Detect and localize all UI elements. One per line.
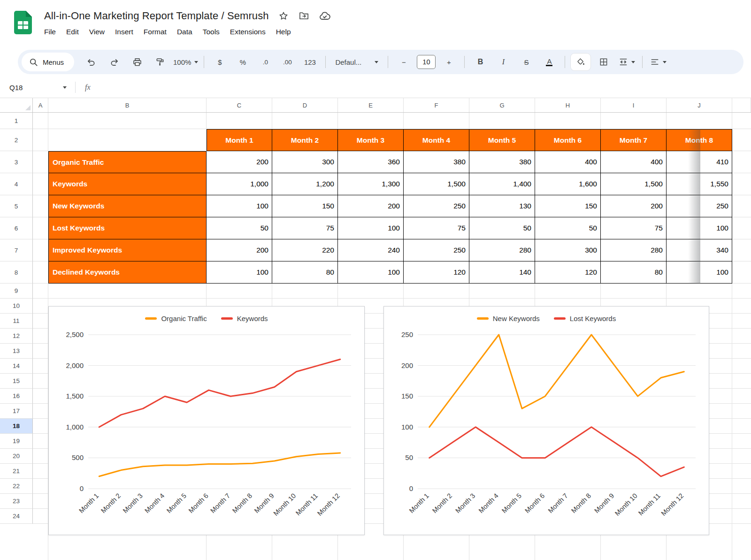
column-header-H[interactable]: H bbox=[535, 98, 601, 112]
cell-E3[interactable]: 360 bbox=[338, 151, 404, 173]
borders-button[interactable] bbox=[594, 54, 613, 70]
menu-help[interactable]: Help bbox=[271, 26, 296, 38]
series-line-keywords[interactable] bbox=[99, 360, 340, 427]
cell-J3[interactable]: 410 bbox=[667, 151, 732, 173]
row-header-14[interactable]: 14 bbox=[0, 359, 33, 374]
cell-D8[interactable]: 80 bbox=[272, 261, 338, 284]
google-sheets-logo[interactable] bbox=[14, 11, 32, 36]
cell-G5[interactable]: 130 bbox=[469, 195, 535, 217]
cell-H2[interactable]: Month 6 bbox=[535, 129, 601, 151]
move-to-folder-icon[interactable] bbox=[298, 10, 310, 22]
cell-G3[interactable]: 380 bbox=[469, 151, 535, 173]
zoom-selector[interactable]: 100% bbox=[173, 54, 198, 70]
cell-A3[interactable] bbox=[33, 151, 48, 173]
cell-D5[interactable]: 150 bbox=[272, 195, 338, 217]
cell-empty[interactable] bbox=[732, 261, 751, 284]
select-all-corner[interactable] bbox=[0, 98, 33, 112]
cell-C8[interactable]: 100 bbox=[207, 261, 272, 284]
row-header-8[interactable]: 8 bbox=[0, 261, 33, 284]
cell-D7[interactable]: 220 bbox=[272, 239, 338, 261]
cell-A6[interactable] bbox=[33, 217, 48, 239]
italic-button[interactable]: I bbox=[493, 54, 513, 70]
cell-J5[interactable]: 250 bbox=[667, 195, 732, 217]
cell-J4[interactable]: 1,550 bbox=[667, 173, 732, 195]
column-header-A[interactable]: A bbox=[33, 98, 48, 112]
cell-F5[interactable]: 250 bbox=[404, 195, 469, 217]
cell-C2[interactable]: Month 1 bbox=[207, 129, 272, 151]
cell-E6[interactable]: 100 bbox=[338, 217, 404, 239]
row-header-23[interactable]: 23 bbox=[0, 494, 33, 509]
cell-I7[interactable]: 280 bbox=[601, 239, 667, 261]
cell-I2[interactable]: Month 7 bbox=[601, 129, 667, 151]
cell-I6[interactable]: 75 bbox=[601, 217, 667, 239]
font-size-input[interactable]: 10 bbox=[417, 55, 436, 69]
cell-empty[interactable] bbox=[732, 217, 751, 239]
cell-G6[interactable]: 50 bbox=[469, 217, 535, 239]
decrease-font-size-button[interactable]: − bbox=[394, 54, 414, 70]
row-header-2[interactable]: 2 bbox=[0, 129, 33, 151]
cell-J6[interactable]: 100 bbox=[667, 217, 732, 239]
row-header-21[interactable]: 21 bbox=[0, 464, 33, 479]
cell-H5[interactable]: 150 bbox=[535, 195, 601, 217]
row-header-6[interactable]: 6 bbox=[0, 217, 33, 239]
row-header-1[interactable]: 1 bbox=[0, 113, 33, 129]
cell-C5[interactable]: 100 bbox=[207, 195, 272, 217]
column-header-D[interactable]: D bbox=[272, 98, 338, 112]
cell-E7[interactable]: 240 bbox=[338, 239, 404, 261]
row-header-16[interactable]: 16 bbox=[0, 389, 33, 404]
row-header-17[interactable]: 17 bbox=[0, 404, 33, 419]
text-color-button[interactable]: A bbox=[539, 54, 559, 70]
series-line-organic-traffic[interactable] bbox=[99, 453, 340, 476]
cell-D4[interactable]: 1,200 bbox=[272, 173, 338, 195]
legend-item-keywords[interactable]: Keywords bbox=[221, 315, 268, 322]
cell-I5[interactable]: 200 bbox=[601, 195, 667, 217]
row-header-10[interactable]: 10 bbox=[0, 299, 33, 314]
format-currency-button[interactable]: $ bbox=[210, 54, 230, 70]
cell-H6[interactable]: 50 bbox=[535, 217, 601, 239]
cell-empty[interactable] bbox=[33, 284, 751, 299]
cell-A8[interactable] bbox=[33, 261, 48, 284]
column-header-partial[interactable] bbox=[732, 98, 751, 112]
column-header-F[interactable]: F bbox=[404, 98, 469, 112]
cell-empty[interactable] bbox=[732, 151, 751, 173]
cell-F2[interactable]: Month 4 bbox=[404, 129, 469, 151]
cell-E2[interactable]: Month 3 bbox=[338, 129, 404, 151]
cell-F7[interactable]: 250 bbox=[404, 239, 469, 261]
increase-decimals-button[interactable]: .00 bbox=[278, 54, 297, 70]
legend-item-organic-traffic[interactable]: Organic Traffic bbox=[145, 315, 207, 322]
fill-color-button[interactable] bbox=[571, 54, 590, 70]
cell-G4[interactable]: 1,400 bbox=[469, 173, 535, 195]
row-header-22[interactable]: 22 bbox=[0, 479, 33, 494]
cell-D6[interactable]: 75 bbox=[272, 217, 338, 239]
row-header-20[interactable]: 20 bbox=[0, 449, 33, 464]
cell-empty[interactable] bbox=[33, 113, 751, 129]
format-percent-button[interactable]: % bbox=[233, 54, 253, 70]
series-line-new-keywords[interactable] bbox=[429, 335, 684, 427]
menu-insert[interactable]: Insert bbox=[110, 26, 138, 38]
series-line-lost-keywords[interactable] bbox=[429, 427, 684, 476]
column-header-C[interactable]: C bbox=[207, 98, 272, 112]
merge-cells-button[interactable] bbox=[617, 54, 636, 70]
cell-empty[interactable] bbox=[732, 173, 751, 195]
row-header-18[interactable]: 18 bbox=[0, 419, 33, 434]
cell-B8[interactable]: Declined Keywords bbox=[48, 261, 207, 284]
menu-edit[interactable]: Edit bbox=[61, 26, 84, 38]
print-button[interactable] bbox=[127, 54, 147, 70]
font-family-selector[interactable]: Defaul... bbox=[331, 54, 382, 70]
menu-extensions[interactable]: Extensions bbox=[225, 26, 271, 38]
cell-G7[interactable]: 280 bbox=[469, 239, 535, 261]
cell-G2[interactable]: Month 5 bbox=[469, 129, 535, 151]
column-header-J[interactable]: J bbox=[667, 98, 732, 112]
cell-H7[interactable]: 300 bbox=[535, 239, 601, 261]
formula-input[interactable] bbox=[97, 77, 751, 98]
undo-button[interactable] bbox=[81, 54, 101, 70]
legend-item-lost-keywords[interactable]: Lost Keywords bbox=[554, 315, 616, 322]
cell-A7[interactable] bbox=[33, 239, 48, 261]
cell-A2-B2[interactable] bbox=[33, 129, 207, 151]
cell-C4[interactable]: 1,000 bbox=[207, 173, 272, 195]
row-header-4[interactable]: 4 bbox=[0, 173, 33, 195]
cell-A5[interactable] bbox=[33, 195, 48, 217]
cell-E4[interactable]: 1,300 bbox=[338, 173, 404, 195]
cell-empty[interactable] bbox=[732, 239, 751, 261]
cell-B4[interactable]: Keywords bbox=[48, 173, 207, 195]
